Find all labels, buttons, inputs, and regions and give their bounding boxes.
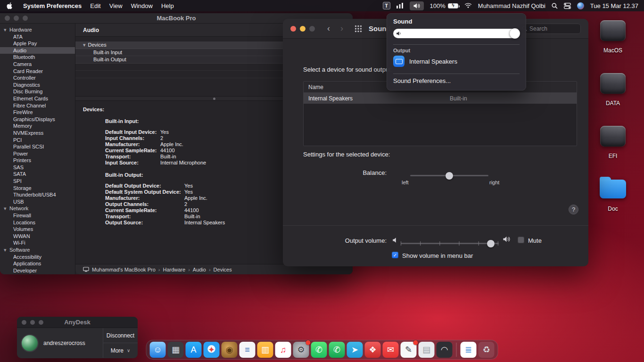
dock-icon-app-store[interactable]: A — [186, 342, 202, 358]
sidebar-item[interactable]: Printers — [0, 157, 75, 164]
sidebar-item[interactable]: Storage — [0, 185, 75, 192]
dock-icon-document[interactable]: ≣ — [461, 342, 477, 358]
input-source-menu-icon[interactable]: T — [383, 2, 390, 9]
balance-slider-knob[interactable] — [446, 172, 453, 180]
battery-status[interactable]: 100% ϟ — [430, 2, 458, 9]
breadcrumb-item[interactable]: Muhammad's MacBook Pro — [92, 267, 156, 272]
dock-icon-app-gold-circle[interactable]: ◉ — [222, 342, 238, 358]
sidebar-item[interactable]: NVMExpress — [0, 130, 75, 137]
sidebar-item[interactable]: PCI — [0, 137, 75, 144]
sidebar-item[interactable]: Disc Burning — [0, 88, 75, 95]
menu-bar-user-name[interactable]: Muhammad Nazhif Qolbi — [478, 2, 545, 9]
dock-icon-app-orange[interactable]: ▥ — [257, 342, 273, 358]
sidebar-item[interactable]: USB — [0, 198, 75, 206]
popover-volume-slider[interactable] — [393, 29, 520, 38]
sidebar-item[interactable]: Ethernet Cards — [0, 95, 75, 102]
desktop-icon-doc[interactable]: Doc — [595, 175, 631, 212]
sidebar-item[interactable]: Accessibility — [0, 254, 75, 261]
menu-view[interactable]: View — [109, 2, 123, 9]
output-device-table[interactable]: Name Internal Speakers Built-in — [303, 81, 577, 146]
dock-icon-whatsapp[interactable]: ✆ — [311, 342, 327, 358]
balance-slider[interactable] — [410, 175, 488, 176]
sidebar-item[interactable]: Camera — [0, 61, 75, 68]
dock-icon-safari[interactable]: ✦ — [204, 342, 220, 358]
active-app-menu[interactable]: System Preferences — [23, 2, 82, 9]
menu-window[interactable]: Window — [131, 2, 153, 9]
sidebar-item[interactable]: Firewall — [0, 212, 75, 219]
sidebar-item[interactable]: Apple Pay — [0, 40, 75, 47]
sidebar-item[interactable]: Power — [0, 150, 75, 157]
dock-icon-app-lined-document[interactable]: ≡ — [239, 342, 256, 358]
sidebar-item[interactable]: Thunderbolt/USB4 — [0, 191, 75, 198]
apple-menu-icon[interactable] — [5, 2, 15, 9]
sidebar-item[interactable]: ATA — [0, 33, 75, 41]
back-button[interactable]: ‹ — [327, 24, 330, 33]
sidebar-item[interactable]: Fibre Channel — [0, 102, 75, 109]
disclosure-triangle-icon[interactable]: ▾ — [4, 26, 9, 33]
minimize-button[interactable] — [300, 26, 305, 32]
output-volume-slider[interactable] — [401, 243, 499, 244]
spotlight-search-icon[interactable] — [552, 3, 558, 9]
sidebar-item[interactable]: Card Reader — [0, 68, 75, 75]
dock-icon-app-red-diamond[interactable]: ❖ — [365, 342, 381, 358]
volume-menu-icon[interactable] — [410, 1, 424, 10]
sidebar-item[interactable]: SATA — [0, 171, 75, 178]
sidebar-item[interactable]: SAS — [0, 164, 75, 171]
sidebar-item[interactable]: Wi-Fi — [0, 239, 75, 247]
dock-icon-app-red-mail[interactable]: ✉ — [383, 342, 399, 358]
sidebar-item[interactable]: Parallel SCSI — [0, 143, 75, 150]
sidebar-item[interactable]: Controller — [0, 74, 75, 82]
menu-bar-clock[interactable]: Tue 15 Mar 12.37 — [590, 2, 638, 9]
output-volume-knob[interactable] — [487, 240, 495, 247]
disclosure-triangle-icon[interactable]: ▾ — [4, 205, 9, 212]
popover-volume-knob[interactable] — [510, 28, 520, 39]
sidebar-item-audio[interactable]: Audio — [0, 47, 75, 54]
dock-icon-app-light[interactable]: ▤ — [419, 342, 435, 358]
menu-help[interactable]: Help — [161, 2, 174, 9]
control-center-icon[interactable] — [564, 3, 571, 9]
desktop-icon-data[interactable]: DATA — [595, 70, 631, 107]
disclosure-triangle-icon[interactable]: ▾ — [4, 247, 9, 254]
dock-icon-app-dark[interactable]: ◠ — [437, 342, 453, 358]
dock-icon-whatsapp-business[interactable]: ✆ — [329, 342, 345, 358]
wifi-icon[interactable] — [464, 3, 472, 8]
dock-icon-app-pencil[interactable]: ✎ — [401, 342, 417, 358]
sidebar-item[interactable]: Bluetooth — [0, 54, 75, 61]
disconnect-button[interactable]: Disconnect — [103, 328, 138, 343]
forward-button[interactable]: › — [340, 24, 343, 33]
sidebar-item[interactable]: Graphics/Displays — [0, 116, 75, 123]
search-field[interactable] — [519, 24, 581, 34]
system-info-sidebar[interactable]: ▾Hardware ATA Apple Pay Audio Bluetooth … — [0, 24, 75, 274]
dock-icon-music[interactable]: ♫ — [275, 342, 291, 358]
activity-chart-menu-icon[interactable] — [396, 3, 404, 8]
help-button[interactable]: ? — [569, 205, 578, 214]
table-row-internal-speakers[interactable]: Internal Speakers Built-in — [304, 93, 577, 104]
fast-user-switch-icon[interactable] — [577, 2, 584, 9]
more-button[interactable]: More ∨ — [103, 343, 138, 358]
dock-icon-system-preferences[interactable]: ⚙ — [293, 342, 309, 358]
sidebar-item[interactable]: Applications — [0, 260, 75, 267]
breadcrumb-item[interactable]: Devices — [206, 267, 232, 272]
sidebar-item[interactable]: WWAN — [0, 233, 75, 240]
breadcrumb-item[interactable]: Audio — [185, 267, 206, 272]
sidebar-item[interactable]: Memory — [0, 123, 75, 130]
sidebar-item[interactable]: Volumes — [0, 226, 75, 233]
sidebar-item[interactable]: Locations — [0, 219, 75, 226]
desktop-icon-macos[interactable]: MacOS — [595, 17, 631, 54]
mute-checkbox[interactable] — [518, 237, 524, 243]
dock-icon-telegram[interactable]: ➤ — [347, 342, 363, 358]
sound-preferences-menu-item[interactable]: Sound Preferences... — [393, 77, 451, 84]
dock-icon-trash[interactable]: ♻ — [479, 342, 495, 358]
zoom-button[interactable] — [309, 26, 315, 32]
sidebar-item[interactable]: SPI — [0, 178, 75, 185]
close-button[interactable] — [290, 26, 296, 32]
sidebar-item[interactable]: Developer — [0, 267, 75, 274]
desktop-icon-efi[interactable]: EFI — [595, 123, 631, 159]
sidebar-item[interactable]: FireWire — [0, 109, 75, 116]
menu-edit[interactable]: Edit — [90, 2, 100, 9]
sidebar-section-network[interactable]: ▾Network — [0, 205, 75, 212]
breadcrumb-item[interactable]: Hardware — [156, 267, 185, 272]
dock-icon-finder[interactable]: ☺ — [150, 342, 166, 358]
sidebar-section-software[interactable]: ▾Software — [0, 247, 75, 254]
sidebar-section-hardware[interactable]: ▾Hardware — [0, 26, 75, 33]
